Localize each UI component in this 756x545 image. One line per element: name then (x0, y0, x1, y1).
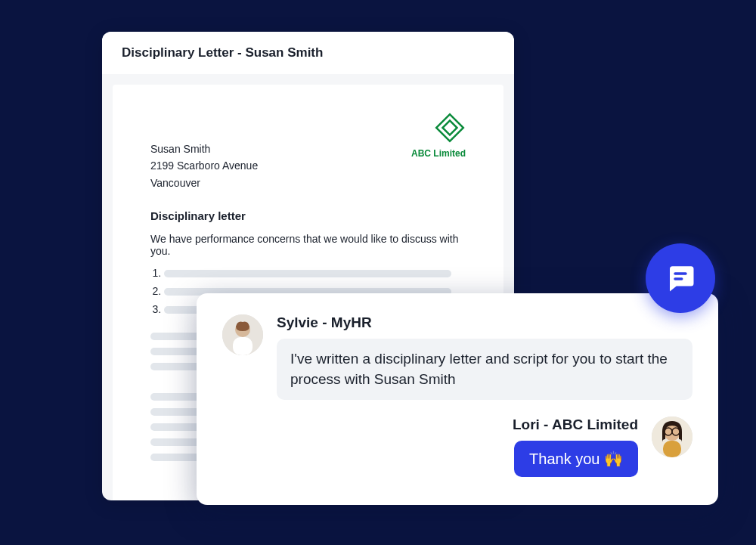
document-intro: We have performance concerns that we wou… (150, 233, 466, 257)
message-column: Lori - ABC Limited Thank you 🙌 (513, 416, 638, 477)
sender-name: Sylvie - MyHR (277, 314, 692, 331)
svg-rect-0 (436, 114, 463, 141)
svg-rect-11 (674, 277, 683, 280)
document-title: Disciplinary Letter - Susan Smith (122, 45, 323, 60)
chat-icon (665, 262, 696, 294)
message-column: Sylvie - MyHR I've written a disciplinar… (277, 314, 692, 400)
avatar (652, 416, 692, 457)
chat-button[interactable] (646, 243, 715, 313)
recipient-street: 2199 Scarboro Avenue (150, 157, 466, 174)
document-title-bar: Disciplinary Letter - Susan Smith (102, 32, 514, 74)
company-name: ABC Limited (411, 148, 466, 159)
chat-card: Sylvie - MyHR I've written a disciplinar… (197, 293, 718, 505)
list-item (164, 268, 466, 278)
svg-rect-10 (674, 272, 687, 275)
avatar (222, 314, 263, 355)
placeholder-line (164, 270, 451, 277)
message-bubble: I've written a disciplinary letter and s… (277, 339, 692, 400)
message-bubble[interactable]: Thank you 🙌 (514, 441, 638, 477)
svg-rect-9 (663, 441, 681, 457)
recipient-city: Vancouver (150, 175, 466, 191)
svg-rect-4 (233, 337, 253, 355)
company-logo-icon (434, 112, 466, 144)
chat-message-right: Lori - ABC Limited Thank you 🙌 (222, 416, 692, 477)
document-heading: Disciplinary letter (150, 209, 466, 222)
chat-message-left: Sylvie - MyHR I've written a disciplinar… (222, 314, 692, 400)
svg-rect-1 (442, 120, 457, 135)
sender-name: Lori - ABC Limited (513, 416, 638, 433)
